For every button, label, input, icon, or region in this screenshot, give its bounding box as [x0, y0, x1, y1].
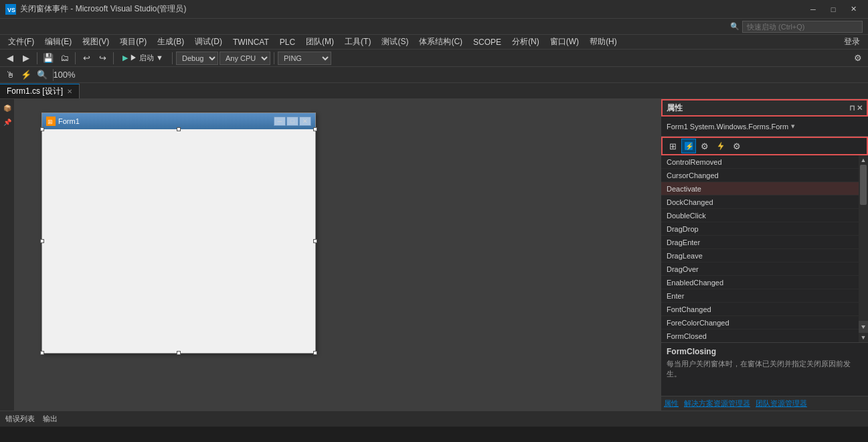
menu-window[interactable]: 窗口(W) — [545, 35, 584, 50]
properties-object-name: Form1 System.Windows.Forms.Form ▾ — [661, 117, 868, 137]
form-window: ⊞ Form1 ─ □ ✕ — [41, 113, 316, 354]
toolbar-sep4 — [172, 52, 173, 64]
sidebar-pin[interactable]: 📌 — [1, 116, 13, 128]
tab-close-icon[interactable]: ✕ — [67, 88, 72, 95]
menu-login[interactable]: 登录 — [839, 35, 865, 50]
handle-bl[interactable] — [40, 351, 44, 355]
description-title: FormClosing — [667, 347, 863, 356]
menu-edit[interactable]: 编辑(E) — [39, 35, 77, 50]
menu-file[interactable]: 文件(F) — [3, 35, 39, 50]
menu-debug[interactable]: 调试(D) — [189, 35, 228, 50]
bottom-tab-output[interactable]: 输出 — [43, 414, 58, 424]
tab-form1-design[interactable]: Form1.cs [设计] ✕ — [0, 84, 80, 98]
menu-help[interactable]: 帮助(H) — [584, 35, 622, 50]
close-button[interactable]: ✕ — [844, 3, 863, 16]
pin-button[interactable]: ⊓ — [849, 104, 855, 113]
minimize-button[interactable]: ─ — [804, 3, 822, 16]
form-close-button[interactable]: ✕ — [299, 117, 311, 126]
event-row[interactable]: Deactivate — [661, 182, 859, 196]
dropdown-arrow-icon[interactable] — [859, 321, 868, 333]
props-btn-lightning[interactable] — [713, 139, 728, 153]
properties-bottom-links: 属性 解决方案资源管理器 团队资源管理器 — [661, 396, 868, 411]
quick-launch-input[interactable] — [742, 21, 863, 33]
props-btn-events[interactable]: ⚡ — [681, 139, 696, 153]
scroll-down-arrow[interactable]: ▼ — [860, 333, 867, 342]
toolbar-extra[interactable]: ⚙ — [851, 51, 865, 66]
menu-analyze[interactable]: 分析(N) — [507, 35, 545, 50]
toolbar2-btn3[interactable]: 🔍 — [35, 68, 50, 82]
menu-scope[interactable]: SCOPE — [468, 35, 507, 50]
target-dropdown[interactable]: PING — [278, 52, 331, 65]
tab-strip: Form1.cs [设计] ✕ — [0, 83, 868, 99]
event-row[interactable]: ControlRemoved — [661, 155, 859, 169]
menu-arch[interactable]: 体系结构(C) — [414, 35, 468, 50]
props-scrollbar[interactable]: ▲ ▼ — [859, 155, 868, 342]
link-solution-explorer[interactable]: 解决方案资源管理器 — [684, 398, 750, 409]
handle-tr[interactable] — [313, 127, 317, 131]
link-properties[interactable]: 属性 — [664, 398, 679, 409]
event-row[interactable]: DragLeave — [661, 249, 859, 263]
event-row[interactable]: DragEnter — [661, 236, 859, 249]
form-minimize-button[interactable]: ─ — [274, 117, 286, 126]
event-row[interactable]: FontChanged — [661, 303, 859, 316]
start-button[interactable]: ▶ ▶ 启动 ▼ — [117, 52, 169, 64]
cpu-dropdown[interactable]: Any CPU — [220, 52, 270, 65]
toolbar-back[interactable]: ◀ — [3, 51, 17, 66]
handle-bm[interactable] — [177, 351, 181, 355]
svg-text:VS: VS — [7, 7, 15, 13]
toolbar-redo[interactable]: ↪ — [95, 51, 110, 66]
menu-view[interactable]: 视图(V) — [77, 35, 114, 50]
event-row[interactable]: DoubleClick — [661, 209, 859, 222]
menu-twincat[interactable]: TWINCAT — [228, 35, 274, 50]
event-name-ForeColorChanged: ForeColorChanged — [667, 319, 853, 327]
event-row[interactable]: EnabledChanged — [661, 276, 859, 289]
event-row[interactable]: Enter — [661, 289, 859, 303]
event-row[interactable]: FormClosed — [661, 329, 859, 342]
description-text: 每当用户关闭窗体时，在窗体已关闭并指定关闭原因前发 生。 — [667, 359, 863, 380]
object-dropdown-icon[interactable]: ▾ — [791, 122, 795, 131]
toolbar-undo[interactable]: ↩ — [79, 51, 94, 66]
toolbar-save-all[interactable]: 🗂 — [57, 51, 72, 66]
properties-close-icon[interactable]: ✕ — [857, 104, 863, 113]
left-sidebar: 📦 📌 — [0, 99, 15, 411]
scroll-thumb[interactable] — [860, 165, 867, 205]
event-row[interactable]: DockChanged — [661, 196, 859, 209]
menu-test[interactable]: 测试(S) — [376, 35, 414, 50]
handle-tl[interactable] — [40, 127, 44, 131]
props-btn-grid[interactable]: ⊞ — [665, 139, 680, 153]
link-team-explorer[interactable]: 团队资源管理器 — [756, 398, 807, 409]
form-maximize-button[interactable]: □ — [286, 117, 298, 126]
menu-team[interactable]: 团队(M) — [300, 35, 339, 50]
toolbar2-btn1[interactable]: 🖱 — [3, 68, 17, 82]
handle-mr[interactable] — [313, 239, 317, 243]
menu-plc[interactable]: PLC — [274, 35, 300, 50]
sidebar-toolbox[interactable]: 📦 — [1, 102, 13, 114]
scroll-up-arrow[interactable]: ▲ — [860, 155, 867, 165]
form-title-text: Form1 — [58, 117, 271, 125]
handle-ml[interactable] — [40, 239, 44, 243]
toolbar2-btn2[interactable]: ⚡ — [19, 68, 33, 82]
toolbar2-zoom[interactable]: 100% — [57, 68, 72, 82]
menu-build[interactable]: 生成(B) — [152, 35, 189, 50]
menu-project[interactable]: 项目(P) — [114, 35, 152, 50]
bottom-tab-errors[interactable]: 错误列表 — [5, 414, 35, 424]
design-canvas[interactable]: ⊞ Form1 ─ □ ✕ — [15, 99, 661, 411]
properties-header-actions: ⊓ ✕ — [849, 104, 863, 113]
menu-tools[interactable]: 工具(T) — [339, 35, 376, 50]
event-row[interactable]: ForeColorChanged — [661, 316, 859, 329]
props-btn-settings[interactable]: ⚙ — [697, 139, 712, 153]
event-name-CursorChanged: CursorChanged — [667, 171, 853, 179]
handle-tm[interactable] — [177, 127, 181, 131]
handle-br[interactable] — [313, 351, 317, 355]
event-row[interactable]: DragDrop — [661, 222, 859, 236]
object-name-text: Form1 System.Windows.Forms.Form — [667, 123, 788, 131]
event-row[interactable]: CursorChanged — [661, 169, 859, 182]
maximize-button[interactable]: □ — [824, 3, 843, 16]
bottom-panel-tabs: 错误列表 输出 — [0, 411, 868, 427]
debug-config-dropdown[interactable]: Debug — [176, 52, 218, 65]
toolbar-save[interactable]: 💾 — [41, 51, 56, 66]
svg-text:⊞: ⊞ — [48, 119, 53, 125]
event-row[interactable]: DragOver — [661, 263, 859, 276]
props-btn-filter[interactable]: ⚙ — [729, 139, 744, 153]
toolbar-forward[interactable]: ▶ — [19, 51, 33, 66]
